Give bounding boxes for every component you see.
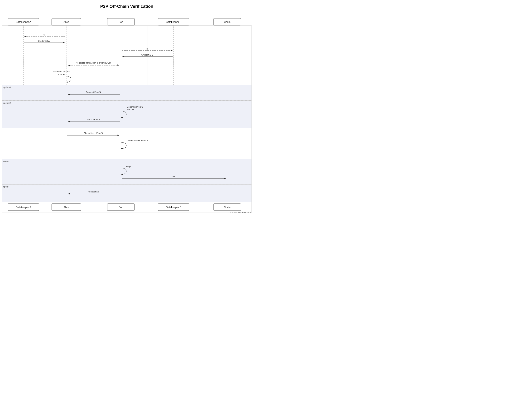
label-log: Log? xyxy=(126,165,131,168)
diagram-title: P2P Off-Chain Verification xyxy=(2,4,252,9)
label-send-proof-b: Send Proof B xyxy=(87,118,100,121)
label-credential-a: Credential A xyxy=(38,40,50,42)
label-credential-b: Credential B xyxy=(141,54,153,56)
label-gen-proof-a-line2: from txn xyxy=(57,73,65,76)
sequence-diagram: Gatekeeper A Alice Bob Gatekeeper B Chai… xyxy=(2,15,252,214)
actor-label-alice-top: Alice xyxy=(63,21,69,23)
lane-label-accept: accept xyxy=(3,160,10,163)
label-gen-proof-a-line1: Generate Proof A xyxy=(53,70,70,73)
self-loop-gen-proof-a xyxy=(66,76,71,82)
label-txn: txn xyxy=(173,175,176,178)
actor-label-bob-bot: Bob xyxy=(119,206,123,209)
lane-label-optional-1: optional xyxy=(3,86,11,89)
label-pii-2: PII xyxy=(146,48,148,50)
label-pii-1: PII xyxy=(42,34,45,36)
label-gen-proof-b-line1: Generate Proof B xyxy=(127,106,143,108)
actor-label-gatekeeper-a-top: Gatekeeper A xyxy=(16,21,31,23)
lane-accept xyxy=(2,159,252,184)
watermark: MADE WITH swimlanes.io xyxy=(226,212,252,214)
actor-label-gatekeeper-b-bot: Gatekeeper B xyxy=(166,206,181,209)
label-gen-proof-b-line2: from txn xyxy=(127,108,134,111)
lane-label-reject: reject xyxy=(3,186,9,188)
label-signed-txn: Signed txn + Proof A xyxy=(84,132,104,134)
label-negotiate: Negotiate transaction & proofs (OOB) xyxy=(76,62,112,64)
actor-label-gatekeeper-a-bot: Gatekeeper A xyxy=(16,206,31,209)
diagram-container: P2P Off-Chain Verification Gatekeeper A … xyxy=(0,0,254,218)
lane-label-optional-2: optional xyxy=(3,102,11,104)
section-signed-txn xyxy=(2,128,252,159)
actor-label-alice-bot: Alice xyxy=(63,206,69,209)
label-request-proof-a: Request Proof A xyxy=(86,91,102,93)
label-bob-evaluates: Bob evaluates Proof A xyxy=(127,139,148,141)
actor-label-gatekeeper-b-top: Gatekeeper B xyxy=(166,21,181,23)
actor-label-bob-top: Bob xyxy=(119,21,123,23)
lane-optional-1 xyxy=(2,85,252,101)
lane-reject xyxy=(2,184,252,202)
lane-optional-2 xyxy=(2,101,252,128)
label-renegotiate: re-negotiate xyxy=(88,190,99,193)
actor-label-chain-top: Chain xyxy=(224,21,231,23)
actor-label-chain-bot: Chain xyxy=(224,206,231,209)
